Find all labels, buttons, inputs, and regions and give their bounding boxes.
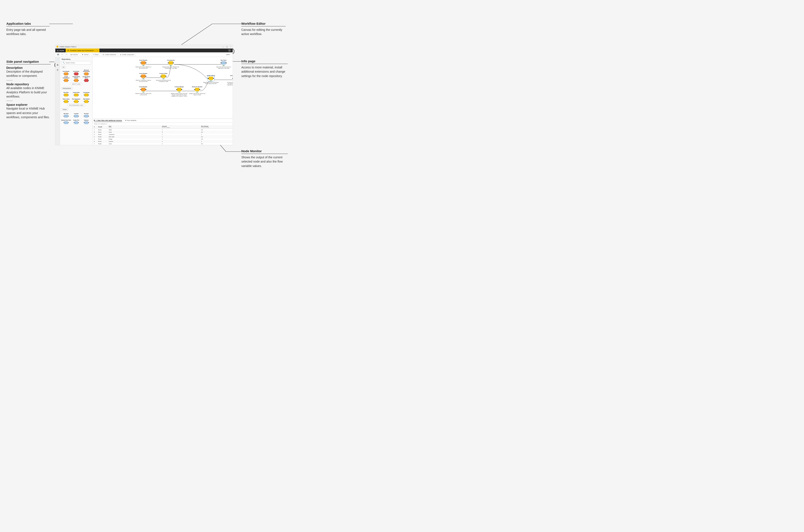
sidenav-space-explorer[interactable]: ⊞ xyxy=(56,69,59,71)
node-icon xyxy=(64,72,68,75)
repo-node-label: Row Filter xyxy=(63,91,69,93)
repo-node[interactable]: Google Sheets Reader xyxy=(71,76,81,82)
execute-button[interactable]: ▶ Execute xyxy=(69,53,79,56)
node-icon xyxy=(169,61,173,64)
table-row[interactable]: 1Row0Table10.6 xyxy=(93,129,233,131)
node-status xyxy=(209,80,212,81)
canvas-node[interactable]: Excel Reader Read the "Living Room" shee… xyxy=(135,73,152,82)
create-metanode-button[interactable]: ⊞ Create metanode xyxy=(101,53,117,56)
canvas-node[interactable]: Row Aggregator 1st output port: Sum up v… xyxy=(227,75,233,87)
node-status xyxy=(142,65,145,66)
table-row[interactable]: 7Row6Oven10.2 xyxy=(93,143,233,145)
canvas-node[interactable]: Excel Reader Read the "Dictionary" sheet… xyxy=(135,86,152,95)
redo-button[interactable]: ↷ xyxy=(65,53,68,56)
monitor-tab-data[interactable]: ▶ 1: Data Table with additional columns xyxy=(94,119,122,122)
node-icon xyxy=(64,94,68,96)
monitor-tab-flow[interactable]: ⚑ Flow Variables xyxy=(125,120,136,122)
canvas-node-desc: Exclude the comments from the "Living Ro… xyxy=(155,80,172,82)
column-header[interactable]: Dict-VolumeNumber (double) xyxy=(200,125,233,129)
table-row[interactable]: 6Row5Freezer11 xyxy=(93,140,233,143)
zoom-level[interactable]: 100% ⌄ xyxy=(226,54,231,56)
annotation-app-tabs: Application tabs Entry page tab and all … xyxy=(6,22,50,36)
search-icon: 🔍 xyxy=(63,62,65,64)
close-tab-icon[interactable]: × xyxy=(97,50,98,52)
repo-section-header[interactable]: IO xyxy=(61,66,66,69)
sidenav-repository[interactable]: ◉ xyxy=(56,63,59,66)
repo-node[interactable]: Pie Chart xyxy=(81,112,91,118)
canvas-node[interactable]: Value Lookup Append the volumes of the l… xyxy=(203,75,219,84)
node-icon xyxy=(74,79,78,82)
table-cell: 8 xyxy=(93,145,97,145)
column-header[interactable]: # xyxy=(93,125,97,129)
create-component-button[interactable]: ◈ Create component xyxy=(119,53,136,56)
tab-workflow[interactable]: ⚙ Combine Clean and Summarize … × xyxy=(66,49,99,52)
canvas-node-desc: Read the first sheet ("Kitchen") of the … xyxy=(135,66,152,69)
table-row[interactable]: 8Row7Microwave10.1 xyxy=(93,145,233,145)
repo-node[interactable]: Scatter Plot xyxy=(71,118,81,124)
table-cell: 0.6 xyxy=(200,129,233,131)
node-icon xyxy=(209,77,213,80)
repo-node[interactable]: Stacked Area Chart xyxy=(61,118,71,124)
annotation-subtitle: Description xyxy=(6,66,51,70)
canvas-node-desc: Change "Dict-Volume" column from string … xyxy=(189,93,206,95)
table-cell: 1 xyxy=(161,136,200,138)
repo-node[interactable]: Bar Chart xyxy=(61,112,71,118)
table-cell: 1 xyxy=(161,133,200,136)
column-header[interactable]: RowID xyxy=(97,125,108,129)
node-icon xyxy=(84,94,88,96)
repo-node[interactable]: Google Sheets Writer xyxy=(81,76,91,82)
minimize-icon[interactable]: — xyxy=(222,46,224,48)
repo-node[interactable]: Microsoft Authenticator xyxy=(81,70,91,75)
tab-label: Home xyxy=(60,50,64,52)
repo-node[interactable]: Row Aggregator xyxy=(71,97,81,103)
table-row[interactable]: 2Row1Chair20.2 xyxy=(93,131,233,133)
repo-node[interactable]: Excel Writer xyxy=(71,70,81,75)
node-icon xyxy=(64,100,68,103)
canvas-node[interactable]: Excel Reader Read the first sheet ("Kitc… xyxy=(135,59,152,69)
more-nodes-button[interactable]: More IO nodes xyxy=(70,83,82,85)
workflow-canvas[interactable]: Excel Reader Read the first sheet ("Kitc… xyxy=(93,57,233,119)
canvas-node[interactable]: String To Number Change "Dict-Volume" co… xyxy=(189,86,206,95)
repo-node[interactable]: Excel Reader xyxy=(61,70,71,75)
reset-button[interactable]: ↺ Reset xyxy=(91,53,100,56)
column-header[interactable]: AmountNumber (integer) xyxy=(161,125,200,129)
maximize-icon[interactable]: ▢ xyxy=(226,46,228,48)
repo-node[interactable]: Column Filter xyxy=(71,91,81,96)
repo-node-label: Column Filter xyxy=(73,91,80,93)
undo-button[interactable]: ↶ xyxy=(61,53,64,56)
canvas-node[interactable]: Concatenate Bring the items in the "Kitc… xyxy=(162,59,179,69)
canvas-node[interactable]: Bar Chart A Bar Chart with the amounts o… xyxy=(215,59,232,69)
repo-node[interactable]: Row Filter xyxy=(61,91,71,96)
column-header[interactable]: ItemString xyxy=(108,125,161,129)
repo-node[interactable]: Value Lookup xyxy=(61,97,71,103)
info-button[interactable]: i xyxy=(228,49,231,52)
table-row[interactable]: 5Row4Fridge10.5 xyxy=(93,138,233,140)
repo-node-label: Statistics xyxy=(84,118,89,121)
search-input[interactable] xyxy=(66,62,90,63)
repo-node[interactable]: Line Plot xyxy=(71,112,81,118)
canvas-node[interactable]: Column Filter Exclude the comments from … xyxy=(155,73,172,82)
search-box[interactable]: 🔍 xyxy=(61,61,91,64)
canvas-node-desc: Read the "Dictionary" sheet of the rooms… xyxy=(135,93,152,95)
table-cell: 7 xyxy=(93,143,97,145)
repo-node[interactable]: Statistics xyxy=(81,118,91,124)
repo-node[interactable]: Google Authenticator xyxy=(61,76,71,82)
canvas-node[interactable]: Column Merger Replace missing values in … xyxy=(171,86,188,97)
cancel-button[interactable]: ✖ Cancel xyxy=(80,53,90,56)
sidenav-description[interactable]: 📄 xyxy=(56,58,59,61)
monitor-tabs: ▶ 1: Data Table with additional columns … xyxy=(93,119,233,123)
node-icon xyxy=(64,115,68,118)
table-cell: Row6 xyxy=(97,143,108,145)
save-button[interactable]: 💾 xyxy=(57,53,60,56)
home-icon: ▲ xyxy=(57,50,59,52)
table-row[interactable]: 4Row3Side table10.2 xyxy=(93,136,233,138)
repo-node[interactable]: Concatenate xyxy=(81,91,91,96)
table-row[interactable]: 3Row2Cupboard11 xyxy=(93,133,233,136)
tab-home[interactable]: ▲ Home xyxy=(55,49,66,52)
table-cell: Fridge xyxy=(108,138,161,140)
more-nodes-button[interactable]: More Manipulation nodes xyxy=(67,104,85,107)
repo-section-header[interactable]: Views xyxy=(61,108,68,111)
repo-node[interactable]: Table Splitter xyxy=(81,97,91,103)
close-icon[interactable]: ⌃ xyxy=(230,46,231,48)
repo-section-header[interactable]: Manipulation xyxy=(61,87,73,90)
